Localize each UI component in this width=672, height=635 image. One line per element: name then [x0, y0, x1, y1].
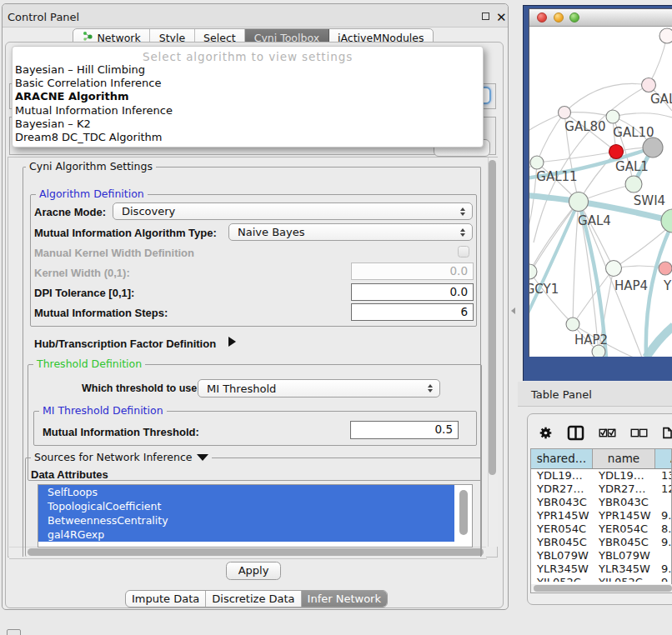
node-label: GAL10: [613, 125, 654, 140]
manual-kernel-checkbox[interactable]: [458, 246, 469, 258]
column-header[interactable]: name: [593, 449, 655, 468]
expand-arrow-icon[interactable]: [228, 337, 236, 347]
network-node-hap4[interactable]: [606, 261, 622, 277]
node-label: Y: [663, 278, 672, 293]
split-view-icon[interactable]: [567, 425, 584, 441]
network-edge[interactable]: [646, 326, 672, 357]
table-cell: YBL079W: [531, 549, 593, 562]
attributes-scrollbar-thumb[interactable]: [459, 490, 468, 535]
table-row[interactable]: YBR043CYBR043C: [531, 496, 671, 509]
algorithm-option[interactable]: Bayesian – K2: [15, 118, 482, 131]
network-node[interactable]: [661, 209, 672, 232]
network-node-y[interactable]: [659, 262, 672, 275]
network-edge[interactable]: [564, 83, 649, 112]
network-node-gal80[interactable]: [559, 107, 571, 119]
mi-threshold-label: Mutual Information Threshold:: [43, 426, 199, 438]
table-scrollbar-thumb[interactable]: [534, 585, 672, 592]
network-node-gal10[interactable]: [606, 110, 619, 123]
network-node[interactable]: [643, 138, 663, 158]
network-edge[interactable]: [564, 112, 613, 117]
dpi-tolerance-label: DPI Tolerance [0,1]:: [34, 287, 134, 299]
table-cell: YPR145W: [593, 509, 655, 522]
aracne-mode-label: Aracne Mode:: [34, 206, 106, 218]
algorithm-popup-items: Bayesian – Hill ClimbingBasic Correlatio…: [15, 63, 482, 144]
table-cell: YER054C: [593, 522, 655, 536]
network-node-swi4[interactable]: [625, 176, 642, 192]
table-row[interactable]: YDL19…YDL19…13: [531, 469, 671, 482]
table-cell: 9.: [655, 509, 671, 522]
minimize-light-icon[interactable]: [554, 12, 564, 22]
collapse-arrow-icon[interactable]: [197, 454, 208, 461]
mi-threshold-definition-title: MI Threshold Definition: [39, 405, 167, 417]
table-cell: YDR27…: [531, 482, 593, 496]
kernel-width-field[interactable]: 0.0: [351, 262, 474, 280]
algorithm-option[interactable]: ARACNE Algorithm: [15, 90, 482, 103]
vertical-scrollbar-thumb[interactable]: [489, 160, 496, 475]
close-icon[interactable]: ✕: [496, 10, 507, 25]
which-threshold-label: Which threshold to use:: [82, 382, 200, 394]
mi-steps-label: Mutual Information Steps:: [34, 307, 168, 319]
bottom-tab-discretize-data[interactable]: Discretize Data: [206, 591, 301, 607]
network-node[interactable]: [592, 345, 605, 357]
network-node-gcy1[interactable]: [529, 264, 537, 279]
network-node-hap2[interactable]: [566, 318, 579, 331]
node-label: GAL1: [615, 159, 649, 174]
network-graph: GALGAL80GAL10GAL1GAL11SWI4GAL4GCY1HAP4YH…: [529, 27, 672, 357]
deselect-all-icon[interactable]: [630, 428, 648, 438]
document-icon[interactable]: [662, 424, 672, 442]
mi-threshold-field[interactable]: 0.5: [350, 421, 459, 439]
column-header[interactable]: shared…: [531, 449, 593, 468]
attribute-item[interactable]: TopologicalCoefficient: [38, 499, 454, 513]
table-cell: YBR045C: [531, 536, 593, 549]
node-table: shared…nameA YDL19…YDL19…13YDR27…YDR27…1…: [530, 448, 672, 593]
attribute-item[interactable]: SelfLoops: [38, 485, 454, 499]
table-cell: [655, 496, 671, 509]
network-edge[interactable]: [613, 113, 672, 118]
table-row[interactable]: YER054CYER054C8.: [531, 522, 671, 536]
data-attributes-list[interactable]: SelfLoopsTopologicalCoefficientBetweenne…: [38, 484, 473, 548]
bottom-tab-infer-network[interactable]: Infer Network: [302, 591, 387, 607]
select-all-icon[interactable]: [599, 428, 616, 438]
table-row[interactable]: YLR345WYLR345W9.: [531, 562, 671, 576]
table-row[interactable]: YBR045CYBR045C9.: [531, 536, 671, 549]
network-node-gal11[interactable]: [530, 156, 544, 169]
algorithm-option[interactable]: Basic Correlation Inference: [15, 77, 482, 90]
table-row[interactable]: YIL052CYIL052C9.: [531, 576, 671, 582]
bottom-tab-impute-data[interactable]: Impute Data: [126, 591, 206, 607]
float-window-icon[interactable]: [482, 12, 489, 20]
algorithm-option[interactable]: Mutual Information Inference: [15, 104, 482, 118]
control-panel-title: Control Panel: [8, 11, 79, 23]
node-label: GAL4: [578, 213, 611, 228]
node-label: GCY1: [529, 282, 559, 297]
split-divider-arrow-icon[interactable]: [511, 308, 515, 314]
dpi-tolerance-field[interactable]: 0.0: [351, 283, 474, 301]
network-node-gal[interactable]: [642, 78, 656, 92]
attribute-item[interactable]: gal4RGexp: [38, 528, 454, 542]
corner-widget[interactable]: [7, 629, 21, 635]
network-edge[interactable]: [537, 112, 564, 162]
table-row[interactable]: YDR27…YDR27…12: [531, 482, 671, 496]
network-node[interactable]: [659, 28, 672, 43]
which-threshold-combo[interactable]: MI Threshold: [198, 379, 440, 398]
aracne-mode-combo[interactable]: Discovery: [113, 202, 473, 220]
network-view-window: GALGAL80GAL10GAL1GAL11SWI4GAL4GCY1HAP4YH…: [529, 8, 672, 357]
zoom-light-icon[interactable]: [569, 12, 579, 22]
table-row[interactable]: YPR145WYPR145W9.: [531, 509, 671, 522]
gear-icon[interactable]: [539, 426, 553, 440]
mi-steps-field[interactable]: 6: [351, 303, 474, 321]
table-cell: YBL079W: [593, 549, 655, 562]
network-node-gal4[interactable]: [569, 192, 589, 212]
mi-type-combo[interactable]: Naive Bayes: [228, 223, 473, 241]
network-canvas[interactable]: GALGAL80GAL10GAL1GAL11SWI4GAL4GCY1HAP4YH…: [529, 27, 672, 357]
algorithm-option[interactable]: Bayesian – Hill Climbing: [15, 63, 482, 77]
table-row[interactable]: YBL079WYBL079W: [531, 549, 671, 562]
apply-button[interactable]: Apply: [226, 562, 281, 580]
attribute-item[interactable]: BetweennessCentrality: [38, 513, 454, 528]
network-edge[interactable]: [573, 268, 614, 324]
network-node-gal1[interactable]: [609, 145, 624, 159]
manual-kernel-label: Manual Kernel Width Definition: [34, 247, 194, 259]
node-label: GAL11: [536, 169, 577, 184]
close-light-icon[interactable]: [537, 12, 547, 22]
column-header[interactable]: A: [655, 449, 672, 468]
algorithm-option[interactable]: Dream8 DC_TDC Algorithm: [15, 131, 482, 144]
